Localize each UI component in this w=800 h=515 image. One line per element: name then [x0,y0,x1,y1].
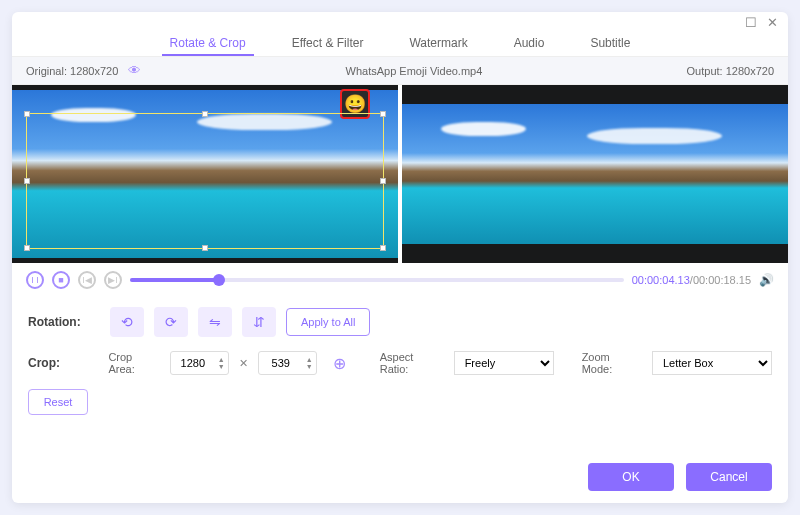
ok-button[interactable]: OK [588,463,674,491]
volume-icon[interactable]: 🔊 [759,273,774,287]
aspect-ratio-select[interactable]: Freely [454,351,554,375]
spin-up-icon[interactable]: ▲ [218,356,225,363]
multiply-icon: ✕ [239,357,248,370]
preview-eye-icon[interactable]: 👁 [128,63,141,78]
original-resolution: Original: 1280x720 [26,65,118,77]
tab-subtitle[interactable]: Subtitle [582,32,638,56]
tab-effect-filter[interactable]: Effect & Filter [284,32,372,56]
prev-frame-button[interactable]: I◀ [78,271,96,289]
zoom-mode-label: Zoom Mode: [582,351,642,375]
seek-slider[interactable] [130,278,624,282]
tab-watermark[interactable]: Watermark [401,32,475,56]
spin-up-icon[interactable]: ▲ [306,356,313,363]
next-frame-button[interactable]: ▶I [104,271,122,289]
zoom-mode-select[interactable]: Letter Box [652,351,772,375]
apply-to-all-button[interactable]: Apply to All [286,308,370,336]
tab-audio[interactable]: Audio [506,32,553,56]
spin-down-icon[interactable]: ▼ [218,363,225,370]
output-preview [402,85,788,263]
tab-rotate-crop[interactable]: Rotate & Crop [162,32,254,56]
rotate-right-button[interactable]: ⟳ [154,307,188,337]
tabs: Rotate & Crop Effect & Filter Watermark … [12,32,788,56]
source-preview[interactable]: 😀 [12,85,398,263]
crop-area-label: Crop Area: [108,351,159,375]
time-current: 00:00:04.13 [632,274,690,286]
pause-button[interactable]: I I [26,271,44,289]
crop-height-field[interactable]: ▲▼ [258,351,317,375]
crop-label: Crop: [28,356,98,370]
maximize-button[interactable]: ☐ [745,15,757,30]
crop-width-field[interactable]: ▲▼ [170,351,229,375]
crop-height-input[interactable] [259,357,303,369]
stop-button[interactable]: ■ [52,271,70,289]
cancel-button[interactable]: Cancel [686,463,772,491]
flip-horizontal-button[interactable]: ⇋ [198,307,232,337]
filename: WhatsApp Emoji Video.mp4 [346,65,483,77]
rotate-left-button[interactable]: ⟲ [110,307,144,337]
time-duration: /00:00:18.15 [690,274,751,286]
center-crop-icon[interactable]: ⊕ [327,354,352,373]
flip-vertical-button[interactable]: ⇵ [242,307,276,337]
aspect-ratio-label: Aspect Ratio: [380,351,444,375]
crop-width-input[interactable] [171,357,215,369]
emoji-overlay[interactable]: 😀 [340,89,370,119]
close-button[interactable]: ✕ [767,15,778,30]
reset-button[interactable]: Reset [28,389,88,415]
output-resolution: Output: 1280x720 [687,65,774,77]
spin-down-icon[interactable]: ▼ [306,363,313,370]
rotation-label: Rotation: [28,315,100,329]
